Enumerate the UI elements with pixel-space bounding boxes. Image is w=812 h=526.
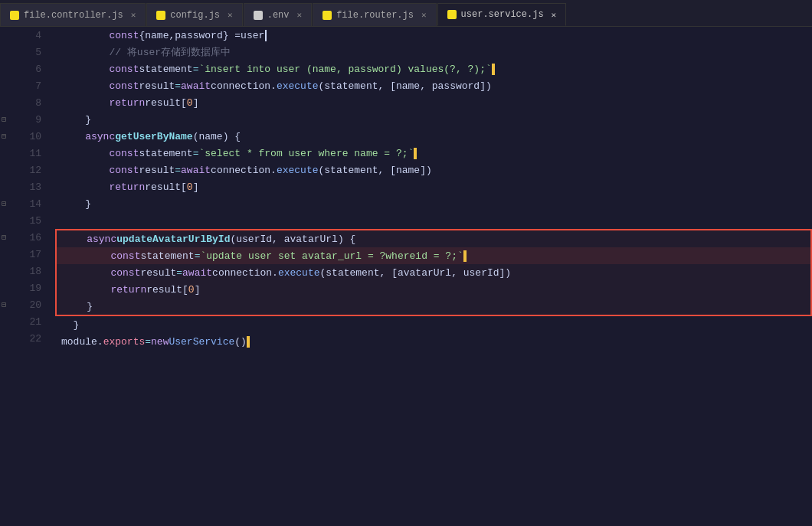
code-line-20: }: [57, 298, 810, 315]
js-icon: [156, 11, 165, 20]
tab-user-service[interactable]: user.service.js ✕: [437, 3, 567, 26]
env-icon: [254, 11, 263, 20]
code-content[interactable]: const { name, password } = user // 将user…: [55, 27, 812, 526]
line-num-21: 21: [0, 313, 47, 330]
line-num-11: 11: [0, 145, 47, 162]
line-num-5: 5: [0, 44, 47, 60]
line-num-19: 19: [0, 279, 47, 296]
tab-env[interactable]: .env ✕: [244, 3, 312, 26]
tab-label: file.router.js: [336, 10, 414, 21]
line-num-7: 7: [0, 77, 47, 94]
close-icon[interactable]: ✕: [552, 10, 557, 20]
tab-label: user.service.js: [461, 9, 544, 20]
tab-file-router[interactable]: file.router.js ✕: [313, 3, 436, 26]
code-line-21: }: [55, 316, 812, 333]
close-icon[interactable]: ✕: [297, 10, 303, 20]
tab-config[interactable]: config.js ✕: [146, 3, 242, 26]
close-icon[interactable]: ✕: [131, 10, 136, 20]
code-line-12: const result = await connection.execute(…: [55, 162, 812, 178]
tab-label: file.controller.js: [24, 10, 123, 21]
code-line-14: }: [55, 195, 812, 212]
line-num-16: ⊟16: [0, 229, 47, 246]
line-num-6: 6: [0, 60, 47, 77]
js-icon: [10, 11, 19, 20]
code-line-4: const { name, password } = user: [55, 27, 812, 44]
js-icon: [447, 10, 457, 19]
tab-label: .env: [267, 10, 290, 21]
line-num-12: 12: [0, 162, 47, 178]
code-line-19: return result[0]: [57, 281, 810, 298]
code-line-22: module.exports = new UserService(): [55, 333, 812, 350]
line-num-8: 8: [0, 94, 47, 111]
code-line-10: async getUserByName(name) {: [55, 128, 812, 145]
close-icon[interactable]: ✕: [421, 10, 427, 20]
code-line-13: return result[0]: [55, 178, 812, 195]
code-line-17: const statement = `update user set avata…: [57, 247, 810, 264]
line-num-10: ⊟10: [0, 128, 47, 145]
editor: 4 5 6 7 8 ⊟9 ⊟10 11 12 13 ⊟14 15 ⊟16: [0, 27, 812, 526]
line-num-13: 13: [0, 178, 47, 195]
code-line-9: }: [55, 111, 812, 128]
code-line-18: const result = await connection.execute(…: [57, 264, 810, 281]
tab-bar: file.controller.js ✕ config.js ✕ .env ✕ …: [0, 0, 812, 27]
js-icon: [323, 11, 332, 20]
line-num-17: 17: [0, 246, 47, 263]
line-num-20: ⊟20: [0, 296, 47, 313]
line-num-15: 15: [0, 212, 47, 229]
tab-label: config.js: [170, 10, 220, 21]
line-num-9: ⊟9: [0, 111, 47, 128]
line-num-22: 22: [0, 330, 47, 347]
close-icon[interactable]: ✕: [228, 10, 233, 20]
code-line-7: const result = await connection.execute(…: [55, 77, 812, 94]
line-num-14: ⊟14: [0, 195, 47, 212]
code-line-15: [55, 212, 812, 229]
code-line-5: // 将user存储到数据库中: [55, 44, 812, 60]
line-numbers: 4 5 6 7 8 ⊟9 ⊟10 11 12 13 ⊟14 15 ⊟16: [0, 27, 55, 526]
code-line-11: const statement = `select * from user wh…: [55, 145, 812, 162]
code-line-8: return result[0]: [55, 94, 812, 111]
line-num-4: 4: [0, 27, 47, 44]
line-num-18: 18: [0, 263, 47, 279]
tab-file-controller[interactable]: file.controller.js ✕: [0, 3, 146, 26]
code-line-16: async updateAvatarUrlById(userId, avatar…: [57, 230, 810, 247]
code-line-6: const statement = `insert into user (nam…: [55, 60, 812, 77]
